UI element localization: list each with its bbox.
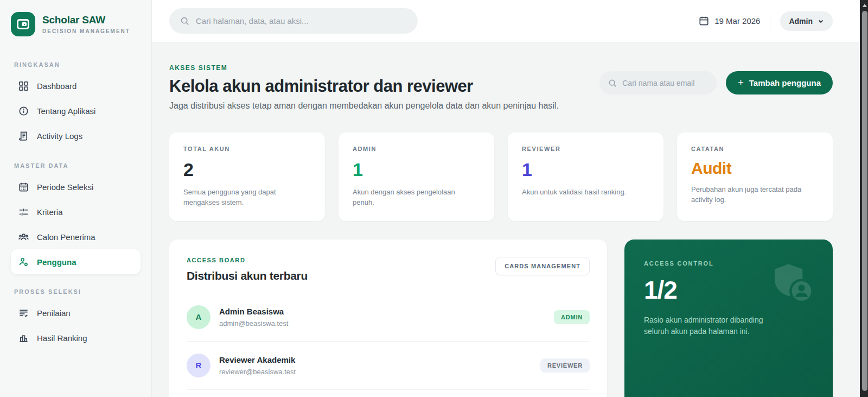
add-user-button[interactable]: + Tambah pengguna	[726, 71, 833, 94]
nav-section-master-data: MASTER DATA	[14, 162, 137, 169]
brand-text: Scholar SAW DECISION MANAGEMENT	[42, 14, 130, 34]
user-row-reviewer[interactable]: R Reviewer Akademik reviewer@beasiswa.te…	[187, 342, 590, 390]
user-name: Reviewer Akademik	[219, 355, 532, 364]
search-icon	[180, 16, 189, 26]
stat-value: 2	[183, 159, 311, 180]
sidebar-item-kriteria[interactable]: Kriteria	[11, 199, 141, 224]
user-menu-label: Admin	[789, 17, 813, 26]
topbar-right: 19 Mar 2026 Admin	[699, 11, 833, 31]
page-header: AKSES SISTEM Kelola akun administrator d…	[169, 64, 833, 111]
user-email: reviewer@beasiswa.test	[219, 368, 532, 376]
avatar: A	[187, 305, 210, 329]
stat-description: Semua pengguna yang dapat mengakses sist…	[183, 187, 305, 208]
access-control-card: ACCESS CONTROL 1/2 Rasio akun administra…	[624, 240, 833, 397]
sidebar-item-label: Calon Penerima	[37, 232, 95, 242]
user-meta: Reviewer Akademik reviewer@beasiswa.test	[219, 355, 532, 376]
date-display: 19 Mar 2026	[699, 16, 760, 26]
sidebar-item-label: Penilaian	[37, 308, 71, 318]
scrollbar-track[interactable]	[860, 0, 868, 397]
user-search-input[interactable]	[622, 79, 708, 87]
access-board-card: ACCESS BOARD Distribusi akun terbaru CAR…	[169, 240, 607, 397]
sidebar-item-tentang-aplikasi[interactable]: Tentang Aplikasi	[11, 98, 141, 123]
role-badge: ADMIN	[554, 310, 590, 324]
topbar-divider	[770, 12, 770, 30]
stat-value: 1	[353, 159, 480, 180]
stat-description: Perubahan akun juga tercatat pada activi…	[691, 185, 813, 205]
page-eyebrow: AKSES SISTEM	[169, 64, 559, 72]
sidebar-item-label: Hasil Ranking	[37, 333, 87, 343]
brand-tagline: DECISION MANAGEMENT	[42, 28, 130, 34]
sidebar-item-label: Pengguna	[37, 257, 76, 267]
stat-value: Audit	[691, 159, 819, 178]
stat-card-admin: ADMIN 1 Akun dengan akses pengelolaan pe…	[339, 133, 494, 221]
user-name: Admin Beasiswa	[219, 307, 545, 316]
sidebar-item-label: Dashboard	[37, 81, 76, 91]
stat-label: TOTAL AKUN	[183, 146, 311, 152]
user-gear-icon	[17, 256, 29, 268]
topbar: 19 Mar 2026 Admin	[152, 0, 868, 42]
sidebar-item-hasil-ranking[interactable]: Hasil Ranking	[11, 325, 141, 350]
sliders-icon	[17, 206, 29, 218]
info-icon	[17, 105, 29, 117]
sidebar-item-activity-logs[interactable]: Activity Logs	[11, 123, 141, 148]
date-text: 19 Mar 2026	[714, 16, 760, 26]
calendar-icon	[699, 16, 709, 26]
sidebar: Scholar SAW DECISION MANAGEMENT RINGKASA…	[0, 0, 152, 397]
global-search[interactable]	[169, 8, 418, 34]
cards-management-button[interactable]: CARDS MANAGEMENT	[495, 257, 590, 275]
page-subtitle: Jaga distribusi akses tetap aman dengan …	[169, 101, 559, 111]
sidebar-item-penilaian[interactable]: Penilaian	[11, 300, 141, 325]
nav-section-proses-seleksi: PROSES SELEKSI	[14, 288, 137, 295]
access-board-header: ACCESS BOARD Distribusi akun terbaru CAR…	[187, 257, 590, 282]
main-content: AKSES SISTEM Kelola akun administrator d…	[152, 42, 868, 397]
stat-label: ADMIN	[353, 146, 480, 152]
brand-name: Scholar SAW	[42, 14, 130, 26]
bar-chart-icon	[17, 332, 29, 344]
access-board-heading: ACCESS BOARD Distribusi akun terbaru	[187, 257, 308, 282]
access-board-title: Distribusi akun terbaru	[187, 269, 308, 282]
shield-user-watermark-icon	[769, 260, 816, 310]
sidebar-item-calon-penerima[interactable]: Calon Penerima	[11, 224, 141, 249]
stat-card-reviewer: REVIEWER 1 Akun untuk validasi hasil ran…	[508, 133, 663, 221]
user-email: admin@beasiswa.test	[219, 319, 545, 327]
sidebar-item-label: Periode Seleksi	[37, 182, 93, 192]
sidebar-item-periode-seleksi[interactable]: Periode Seleksi	[11, 174, 141, 199]
page-title: Kelola akun administrator dan reviewer	[169, 77, 559, 96]
sidebar-item-pengguna[interactable]: Pengguna	[11, 249, 141, 274]
scroll-up-arrow-icon[interactable]	[860, 2, 868, 9]
stat-card-catatan: CATATAN Audit Perubahan akun juga tercat…	[677, 133, 833, 221]
calendar-icon	[17, 181, 29, 193]
global-search-input[interactable]	[196, 16, 407, 26]
dashboard-grid-icon	[17, 80, 29, 92]
stat-label: REVIEWER	[522, 146, 649, 152]
user-search[interactable]	[599, 71, 717, 94]
checklist-icon	[17, 307, 29, 319]
plus-icon: +	[738, 77, 744, 89]
page-header-text: AKSES SISTEM Kelola akun administrator d…	[169, 64, 559, 111]
role-badge: REVIEWER	[540, 358, 590, 373]
stat-description: Akun dengan akses pengelolaan penuh.	[353, 187, 475, 208]
stat-card-total-akun: TOTAL AKUN 2 Semua pengguna yang dapat m…	[169, 133, 325, 221]
page-header-actions: + Tambah pengguna	[599, 71, 833, 94]
sidebar-item-label: Activity Logs	[37, 131, 82, 141]
app-window: Scholar SAW DECISION MANAGEMENT RINGKASA…	[0, 0, 868, 397]
users-icon	[17, 231, 29, 243]
nav-section-ringkasan: RINGKASAN	[14, 61, 137, 68]
sidebar-item-label: Kriteria	[37, 207, 63, 217]
board-row: ACCESS BOARD Distribusi akun terbaru CAR…	[169, 240, 833, 397]
search-icon	[608, 79, 617, 87]
sidebar-item-label: Tentang Aplikasi	[37, 106, 95, 116]
chevron-down-icon	[818, 18, 824, 24]
content-column: 19 Mar 2026 Admin AKSES SISTEM Kelola ak…	[152, 0, 868, 397]
user-menu-button[interactable]: Admin	[780, 11, 833, 31]
brand: Scholar SAW DECISION MANAGEMENT	[11, 12, 141, 36]
scrollbar-thumb[interactable]	[862, 11, 867, 391]
avatar: R	[187, 354, 210, 377]
access-control-description: Rasio akun administrator dibanding selur…	[644, 314, 771, 338]
brand-logo-icon	[11, 12, 35, 36]
stat-value: 1	[522, 159, 649, 180]
user-row-admin[interactable]: A Admin Beasiswa admin@beasiswa.test ADM…	[187, 293, 590, 342]
user-list: A Admin Beasiswa admin@beasiswa.test ADM…	[187, 293, 590, 390]
sidebar-item-dashboard[interactable]: Dashboard	[11, 73, 141, 98]
add-user-button-label: Tambah pengguna	[749, 78, 821, 87]
